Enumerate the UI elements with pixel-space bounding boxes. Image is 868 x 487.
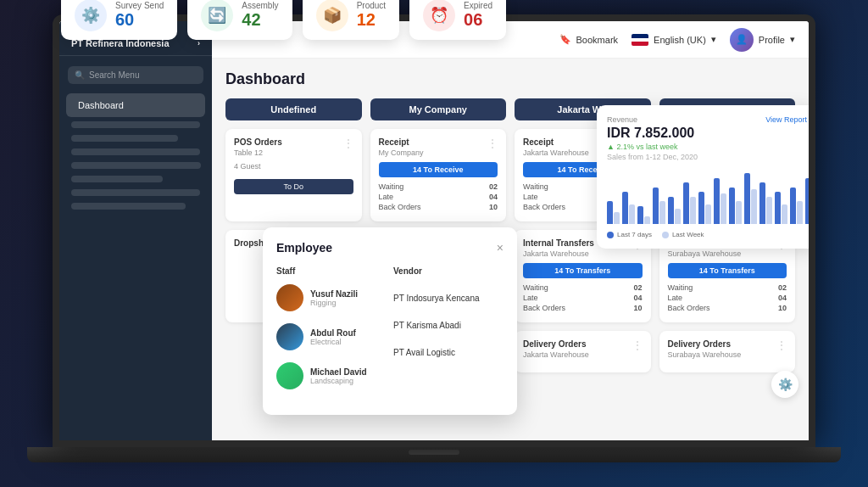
stat-card-assembly[interactable]: 🔄 Assembly 42 <box>187 0 292 40</box>
legend-current: Last 7 days <box>607 231 652 238</box>
bookmark-label: Bookmark <box>576 35 619 45</box>
employee-role-1: Electrical <box>310 338 356 346</box>
employee-panel-title: Employee <box>276 241 332 255</box>
sidebar-bar-7 <box>71 203 186 210</box>
receipt-myco-sub: My Company <box>379 148 498 157</box>
col-header-myco: My Company <box>370 98 507 120</box>
survey-icon: ⚙️ <box>75 0 107 31</box>
revenue-amount: IDR 7.852.000 <box>607 126 807 141</box>
bar-group-8 <box>729 188 742 225</box>
receipt-myco-waiting: Waiting 02 <box>379 182 498 191</box>
assembly-label: Assembly <box>242 1 278 10</box>
avatar: 👤 <box>730 28 754 52</box>
revenue-growth: ▲ 2.1% vs last week <box>607 143 807 151</box>
sidebar-item-dashboard[interactable]: Dashboard <box>66 93 205 117</box>
assembly-value: 42 <box>242 10 278 30</box>
internal-jkt-sub: Jakarta Warehouse <box>523 249 643 258</box>
employee-item-2: Michael David Landscaping <box>276 362 387 389</box>
stat-cards-container: ⚙️ Survey Send 60 🔄 Assembly 42 📦 Produc… <box>61 0 506 40</box>
survey-label: Survey Send <box>115 1 164 10</box>
bookmark-item[interactable]: 🔖 Bookmark <box>559 34 619 45</box>
col-header-undefined: Undefined <box>225 98 362 120</box>
vendor-col-label: Vendor <box>393 266 504 276</box>
delivery-sby-dots[interactable]: ⋮ <box>776 339 787 351</box>
stat-card-survey[interactable]: ⚙️ Survey Send 60 <box>61 0 177 40</box>
internal-sby-waiting: Waiting 02 <box>668 283 787 292</box>
receipt-myco-badge: 14 To Receive <box>379 162 498 177</box>
view-report-link[interactable]: View Report <box>765 115 807 124</box>
bar-prev-5 <box>690 197 696 224</box>
revenue-period: Sales from 1-12 Dec, 2020 <box>607 153 807 161</box>
employee-avatar-2 <box>276 362 303 389</box>
expired-label: Expired <box>464 1 492 10</box>
stat-card-product[interactable]: 📦 Product 12 <box>303 0 399 40</box>
todo-button[interactable]: To Do <box>234 179 353 194</box>
sidebar-bar-4 <box>71 162 201 169</box>
employee-name-1: Abdul Rouf <box>310 328 356 338</box>
employee-item-1: Abdul Rouf Electrical <box>276 323 387 350</box>
language-chevron: ▾ <box>711 34 716 45</box>
delivery-sby-card: ⋮ Delivery Orders Surabaya Warehouse <box>659 331 796 372</box>
employee-panel-header: Employee × <box>276 241 504 255</box>
bar-group-4 <box>668 197 681 225</box>
sidebar-bar-2 <box>71 135 178 142</box>
employee-name-0: Yusuf Nazili <box>310 289 358 299</box>
screen-content: PT Refinera Indonesia › 🔍 Search Menu Da… <box>59 21 809 440</box>
bar-current-11 <box>775 192 781 224</box>
bar-current-3 <box>653 188 659 225</box>
bar-group-12 <box>790 188 803 225</box>
laptop-frame: ⚙️ Survey Send 60 🔄 Assembly 42 📦 Produc… <box>27 14 841 473</box>
bar-current-8 <box>729 188 735 225</box>
bar-group-5 <box>683 182 696 224</box>
delivery-sby-title: Delivery Orders <box>668 339 787 349</box>
settings-icon-button[interactable]: ⚙️ <box>771 371 798 398</box>
laptop-base <box>27 447 841 462</box>
product-value: 12 <box>357 10 386 30</box>
vendor-name-1: PT Karisma Abadi <box>393 311 504 339</box>
laptop-screen: PT Refinera Indonesia › 🔍 Search Menu Da… <box>53 14 815 447</box>
survey-value: 60 <box>115 10 164 30</box>
employee-avatar-0 <box>276 284 303 311</box>
sidebar-search[interactable]: 🔍 Search Menu <box>68 66 203 84</box>
internal-sby-badge: 14 To Transfers <box>668 263 787 278</box>
bar-current-12 <box>790 188 796 225</box>
internal-jkt-late: Late 04 <box>523 294 643 302</box>
bar-current-10 <box>760 182 765 224</box>
delivery-jkt-sub: Jakarta Warehouse <box>523 350 643 359</box>
page-title: Dashboard <box>225 70 795 88</box>
pos-menu-dots[interactable]: ⋮ <box>343 137 353 149</box>
profile-item[interactable]: 👤 Profile ▾ <box>730 28 795 52</box>
legend-prev: Last Week <box>662 231 704 238</box>
internal-sby-backorders: Back Orders 10 <box>668 304 787 312</box>
bar-current-1 <box>622 192 628 224</box>
bar-prev-0 <box>614 212 620 224</box>
revenue-panel: Revenue IDR 7.852.000 ▲ 2.1% vs last wee… <box>597 105 809 249</box>
delivery-jkt-dots[interactable]: ⋮ <box>632 339 643 351</box>
stat-card-expired[interactable]: ⏰ Expired 06 <box>409 0 506 40</box>
product-icon: 📦 <box>316 0 348 31</box>
employee-panel-close[interactable]: × <box>497 241 504 255</box>
internal-jkt-backorders: Back Orders 10 <box>523 304 643 312</box>
bar-prev-7 <box>721 193 726 225</box>
bar-current-9 <box>744 173 750 224</box>
employee-cols: Staff Yusuf Nazili Rigging <box>276 266 504 401</box>
receipt-myco-dots[interactable]: ⋮ <box>487 137 498 149</box>
bar-group-6 <box>698 192 711 224</box>
legend-prev-dot <box>662 232 669 238</box>
bar-group-7 <box>714 178 726 225</box>
internal-sby-sub: Surabaya Warehouse <box>668 249 787 258</box>
bar-prev-10 <box>766 197 772 224</box>
staff-col-label: Staff <box>276 266 387 276</box>
profile-label: Profile <box>759 35 785 45</box>
receipt-myco-backorders: Back Orders 10 <box>379 203 498 211</box>
language-item[interactable]: English (UK) ▾ <box>632 34 716 46</box>
content-area: Dashboard Undefined My Company Jakarta W… <box>212 59 809 440</box>
bar-prev-6 <box>705 204 711 224</box>
bar-current-0 <box>607 201 613 224</box>
staff-col: Staff Yusuf Nazili Rigging <box>276 266 387 401</box>
bar-group-11 <box>775 192 787 224</box>
sidebar: PT Refinera Indonesia › 🔍 Search Menu Da… <box>59 21 212 440</box>
expired-icon: ⏰ <box>423 0 455 31</box>
search-text: Search Menu <box>89 70 139 80</box>
employee-name-2: Michael David <box>310 367 367 377</box>
